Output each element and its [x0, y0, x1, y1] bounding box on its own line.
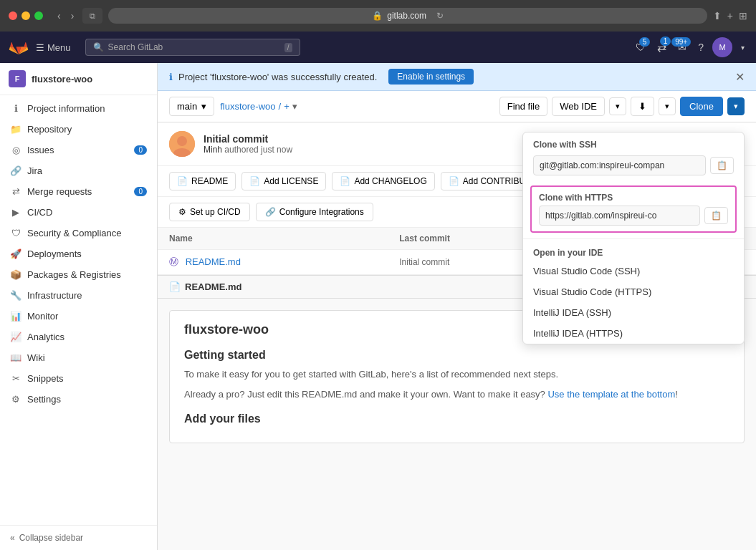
sidebar-item-settings[interactable]: ⚙ Settings: [0, 389, 157, 410]
sidebar-item-wiki[interactable]: 📖 Wiki: [0, 347, 157, 368]
clone-caret-button[interactable]: ▾: [727, 97, 745, 115]
web-ide-button[interactable]: Web IDE: [552, 97, 605, 116]
todo-nav-button[interactable]: ✉ 99+: [675, 39, 689, 56]
ide-option-intellij-ssh[interactable]: IntelliJ IDEA (SSH): [523, 302, 744, 323]
browser-chrome: ‹ › ⧉ 🔒 gitlab.com ↻ ⬆ + ⊞: [0, 0, 756, 32]
changelog-icon: 📄: [340, 176, 350, 186]
getting-started-heading: Getting started: [184, 349, 729, 362]
todo-badge: 99+: [671, 37, 691, 47]
clone-separator: [523, 238, 744, 239]
traffic-light-green[interactable]: [34, 11, 43, 20]
readme-file-icon: 📄: [169, 281, 181, 292]
breadcrumb-path-button[interactable]: fluxstore-woo: [220, 101, 275, 112]
sidebar-item-infrastructure[interactable]: 🔧 Infrastructure: [0, 285, 157, 306]
file-name-link[interactable]: README.md: [186, 256, 241, 267]
download-button[interactable]: ⬇: [631, 97, 654, 116]
configure-integrations-button[interactable]: 🔗 Configure Integrations: [256, 203, 373, 221]
avatar-image: [169, 131, 195, 157]
add-file-dropdown-button[interactable]: +: [284, 101, 290, 112]
main-content: ℹ Project 'fluxstore-woo' was successful…: [158, 63, 756, 550]
readme-template-link[interactable]: Use the template at the bottom: [547, 389, 675, 400]
ide-option-intellij-https[interactable]: IntelliJ IDEA (HTTPS): [523, 323, 744, 344]
clone-https-input[interactable]: [539, 206, 700, 226]
clone-https-section: Clone with HTTPS 📋: [530, 185, 737, 233]
license-icon: 📄: [249, 176, 260, 186]
file-name-cell: Ⓜ README.md: [169, 256, 399, 269]
traffic-light-yellow[interactable]: [21, 11, 30, 20]
commit-message: Initial commit: [204, 133, 292, 145]
clone-button[interactable]: Clone: [680, 97, 723, 116]
banner-close-button[interactable]: ✕: [735, 70, 745, 84]
readme-icon: 📄: [177, 176, 188, 186]
sidebar-item-label: Merge requests: [27, 186, 92, 197]
info-icon: ℹ: [169, 72, 173, 82]
sidebar-item-deployments[interactable]: 🚀 Deployments: [0, 243, 157, 264]
sidebar-item-label: CI/CD: [27, 207, 52, 218]
browser-forward-button[interactable]: ›: [68, 9, 77, 23]
sidebar-item-issues[interactable]: ◎ Issues 0: [0, 140, 157, 160]
commit-info: Initial commit Minh authored just now: [204, 133, 292, 155]
browser-back-button[interactable]: ‹: [54, 9, 64, 23]
sidebar-item-merge-requests[interactable]: ⇄ Merge requests 0: [0, 181, 157, 202]
user-chevron-button[interactable]: ▾: [738, 41, 747, 54]
traffic-light-red[interactable]: [9, 11, 17, 20]
ide-option-vscode-https[interactable]: Visual Studio Code (HTTPS): [523, 281, 744, 302]
nav-icons: 🛡 5 ⇄ 1 ✉ 99+ ? M ▾: [633, 37, 747, 57]
find-file-button[interactable]: Find file: [499, 97, 548, 116]
sidebar-item-security-compliance[interactable]: 🛡 Security & Compliance: [0, 223, 157, 243]
sidebar-item-ci-cd[interactable]: ▶ CI/CD: [0, 202, 157, 223]
ide-option-vscode-ssh[interactable]: Visual Studio Code (SSH): [523, 261, 744, 281]
grid-button[interactable]: ⊞: [739, 10, 747, 21]
user-avatar-button[interactable]: M: [712, 37, 732, 57]
merge-badge: 1: [660, 37, 671, 46]
sidebar-item-project-information[interactable]: ℹ Project information: [0, 98, 157, 119]
sidebar-item-packages-registries[interactable]: 📦 Packages & Registries: [0, 264, 157, 285]
settings-icon: ⚙: [10, 394, 21, 405]
shield-nav-button[interactable]: 🛡 5: [633, 39, 649, 56]
setup-cicd-button[interactable]: ⚙ Set up CI/CD: [169, 203, 250, 221]
readme-button[interactable]: 📄 README: [169, 172, 236, 190]
gitlab-logo: [9, 37, 29, 57]
menu-button[interactable]: ☰ Menu: [36, 42, 71, 53]
new-tab-button[interactable]: +: [727, 10, 733, 21]
branch-selector[interactable]: main ▾: [169, 97, 214, 116]
help-nav-button[interactable]: ?: [695, 39, 707, 56]
branch-name: main: [177, 101, 197, 112]
add-changelog-button[interactable]: 📄 Add CHANGELOG: [332, 172, 434, 190]
issues-icon: ◎: [10, 145, 21, 155]
hamburger-icon: ☰: [36, 42, 44, 53]
col-name-header: Name: [169, 233, 399, 243]
merge-nav-button[interactable]: ⇄ 1: [654, 38, 669, 57]
web-ide-caret-button[interactable]: ▾: [609, 97, 626, 115]
sidebar-item-label: Analytics: [27, 332, 64, 342]
changelog-label: Add CHANGELOG: [354, 176, 426, 186]
sidebar-item-snippets[interactable]: ✂ Snippets: [0, 368, 157, 389]
readme-p2-suffix: !: [675, 389, 678, 400]
search-bar[interactable]: 🔍 Search GitLab /: [85, 39, 300, 56]
sidebar-collapse-button[interactable]: « Collapse sidebar: [0, 525, 157, 550]
security-icon: 🛡: [10, 228, 21, 238]
sidebar-item-monitor[interactable]: 📊 Monitor: [0, 306, 157, 327]
shield-badge: 5: [639, 37, 651, 47]
snippets-icon: ✂: [10, 373, 21, 384]
sidebar-item-repository[interactable]: 📁 Repository: [0, 119, 157, 140]
sidebar-item-jira[interactable]: 🔗 Jira: [0, 160, 157, 181]
clone-https-input-row: 📋: [532, 206, 735, 231]
copy-ssh-button[interactable]: 📋: [710, 157, 734, 174]
enable-settings-button[interactable]: Enable in settings: [388, 69, 474, 85]
add-license-button[interactable]: 📄 Add LICENSE: [241, 172, 326, 190]
clone-ssh-input[interactable]: [533, 155, 706, 175]
configure-icon: 🔗: [265, 207, 276, 217]
download-caret-button[interactable]: ▾: [659, 97, 676, 115]
sidebar-item-label: Project information: [27, 103, 105, 114]
share-button[interactable]: ⬆: [713, 10, 722, 21]
clone-ssh-title: Clone with SSH: [523, 132, 744, 153]
sidebar-item-label: Jira: [27, 165, 42, 176]
wiki-icon: 📖: [10, 352, 21, 363]
address-bar[interactable]: 🔒 gitlab.com ↻: [108, 8, 707, 24]
sidebar: F fluxstore-woo ℹ Project information 📁 …: [0, 63, 158, 550]
merge-badge: 0: [134, 187, 147, 196]
sidebar-item-analytics[interactable]: 📈 Analytics: [0, 327, 157, 347]
sidebar-item-label: Repository: [27, 124, 72, 135]
copy-https-button[interactable]: 📋: [704, 207, 728, 224]
